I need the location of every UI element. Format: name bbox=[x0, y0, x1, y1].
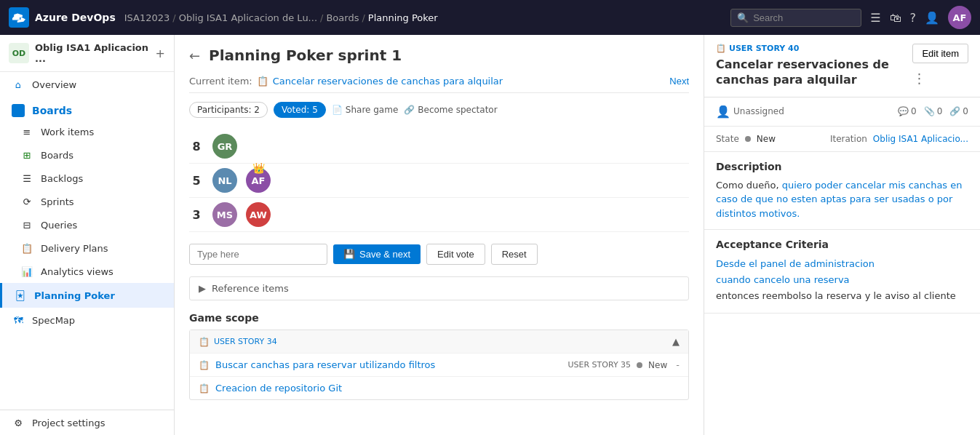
story-book-icon: 📋 bbox=[716, 44, 726, 53]
sidebar-item-sprints[interactable]: ⟳ Sprints bbox=[0, 190, 174, 213]
link-count: 🔗 0 bbox=[949, 106, 968, 116]
sidebar-label-boards-section: Boards bbox=[32, 105, 72, 116]
more-options-icon[interactable]: ⋮ bbox=[912, 68, 925, 86]
vote-input[interactable] bbox=[189, 244, 327, 265]
sidebar-label-project-settings: Project settings bbox=[32, 418, 105, 428]
story-title: Cancelar reservaciones de canchas para a… bbox=[716, 57, 912, 88]
boards-section-icon bbox=[12, 104, 25, 117]
scope-item-35: 📋 Buscar canchas para reservar utilizand… bbox=[190, 354, 688, 377]
status-text-35: New bbox=[648, 360, 667, 370]
boards-icon: ⊞ bbox=[20, 148, 33, 161]
become-spectator-link[interactable]: 🔗 Become spectator bbox=[404, 105, 497, 115]
share-game-link[interactable]: 📄 Share game bbox=[332, 105, 399, 115]
book-icon-scope: 📋 bbox=[199, 337, 210, 347]
settings-icon[interactable]: ☰ bbox=[870, 11, 880, 25]
book-icon-35: 📋 bbox=[199, 360, 210, 370]
search-icon: 🔍 bbox=[737, 12, 749, 23]
sidebar-item-project-settings[interactable]: ⚙ Project settings bbox=[0, 410, 174, 435]
sidebar-item-planning-poker[interactable]: 🃏 Planning Poker bbox=[0, 283, 174, 308]
voter-ms: MS bbox=[212, 202, 237, 227]
sidebar-label-boards: Boards bbox=[41, 150, 73, 161]
project-settings-icon: ⚙ bbox=[12, 416, 25, 429]
right-panel-header-info: 📋 USER STORY 40 Cancelar reservaciones d… bbox=[716, 44, 912, 88]
acceptance-item-1[interactable]: Desde el panel de administracion bbox=[716, 256, 968, 272]
breadcrumb-project[interactable]: Oblig ISA1 Aplicacion de Lu... bbox=[179, 12, 317, 23]
user-avatar[interactable]: AF bbox=[948, 6, 971, 29]
comment-icon: 💬 bbox=[898, 106, 909, 116]
voting-table: 8 GR 5 NL 👑 AF 3 MS AW bbox=[189, 129, 689, 232]
specmap-icon: 🗺 bbox=[12, 314, 25, 327]
scope-list: 📋 USER STORY 34 ▲ 📋 Buscar canchas para … bbox=[189, 330, 689, 400]
overview-icon: ⌂ bbox=[12, 78, 25, 91]
book-icon: 📋 bbox=[257, 76, 268, 87]
sidebar-label-queries: Queries bbox=[41, 220, 77, 231]
scope-title-36[interactable]: Creacion de repositorio Git bbox=[215, 383, 674, 394]
planning-poker-icon: 🃏 bbox=[14, 289, 27, 302]
assignee-icon: 👤 bbox=[716, 105, 730, 119]
sidebar-item-work-items[interactable]: ≡ Work items bbox=[0, 120, 174, 143]
sidebar-label-backlogs: Backlogs bbox=[41, 173, 83, 184]
delivery-plans-icon: 📋 bbox=[20, 242, 33, 255]
sidebar-item-queries[interactable]: ⊟ Queries bbox=[0, 213, 174, 236]
edit-vote-button[interactable]: Edit vote bbox=[426, 244, 485, 265]
participants-bar: Participants: 2 Voted: 5 📄 Share game 🔗 … bbox=[189, 102, 689, 118]
iteration-value[interactable]: Oblig ISA1 Aplicacio... bbox=[873, 134, 968, 144]
current-item-bar: Current item: 📋 Cancelar reservaciones d… bbox=[189, 76, 689, 93]
voting-row-3: 3 MS AW bbox=[189, 198, 689, 232]
person-icon[interactable]: 👤 bbox=[925, 11, 939, 25]
breadcrumb-boards[interactable]: Boards bbox=[326, 12, 359, 23]
azure-devops-logo[interactable] bbox=[9, 7, 29, 28]
current-item-label: Current item: bbox=[189, 76, 252, 87]
add-project-icon[interactable]: + bbox=[156, 47, 165, 60]
acceptance-item-2[interactable]: cuando cancelo una reserva bbox=[716, 272, 968, 288]
state-row: State New Iteration Oblig ISA1 Aplicacio… bbox=[704, 127, 980, 152]
edit-item-button[interactable]: Edit item bbox=[912, 44, 968, 63]
sidebar-item-specmap[interactable]: 🗺 SpecMap bbox=[0, 308, 174, 332]
vote-value-8: 8 bbox=[189, 140, 204, 153]
voted-badge: Voted: 5 bbox=[274, 102, 326, 118]
sidebar-item-delivery-plans[interactable]: 📋 Delivery Plans bbox=[0, 236, 174, 260]
description-link[interactable]: quiero poder cancelar mis canchas en cas… bbox=[716, 180, 963, 219]
search-input[interactable] bbox=[753, 12, 855, 23]
topbar-right: 🔍 ☰ 🛍 ? 👤 AF bbox=[730, 6, 971, 29]
reference-items-section[interactable]: ▶ Reference items bbox=[189, 276, 689, 300]
state-label: State bbox=[716, 134, 739, 144]
participants-badge: Participants: 2 bbox=[189, 102, 268, 118]
sidebar-item-overview[interactable]: ⌂ Overview bbox=[0, 72, 174, 97]
description-text: Como dueño, quiero poder cancelar mis ca… bbox=[716, 178, 968, 221]
sidebar-item-boards[interactable]: ⊞ Boards bbox=[0, 143, 174, 167]
description-title: Description bbox=[716, 161, 968, 172]
state-dot bbox=[745, 136, 751, 142]
assignee-info: 👤 Unassigned bbox=[716, 105, 784, 119]
breadcrumb-current: Planning Poker bbox=[368, 12, 438, 23]
spectator-icon: 🔗 bbox=[404, 105, 415, 115]
attachment-count: 📎 0 bbox=[924, 106, 943, 116]
sidebar-label-sprints: Sprints bbox=[41, 196, 74, 207]
sidebar-section-boards[interactable]: Boards bbox=[0, 97, 174, 120]
voter-af: 👑 AF bbox=[246, 168, 271, 193]
breadcrumb: ISA12023 / Oblig ISA1 Aplicacion de Lu..… bbox=[124, 12, 438, 23]
iteration-label: Iteration bbox=[830, 134, 867, 144]
bag-icon[interactable]: 🛍 bbox=[890, 11, 901, 25]
assignee-name: Unassigned bbox=[733, 106, 784, 116]
scroll-up-icon[interactable]: ▲ bbox=[672, 336, 680, 347]
reset-button[interactable]: Reset bbox=[491, 244, 538, 265]
acceptance-section: Acceptance Criteria Desde el panel de ad… bbox=[704, 230, 980, 314]
story-tag: 📋 USER STORY 40 bbox=[716, 44, 912, 53]
sidebar-item-analytics-views[interactable]: 📊 Analytics views bbox=[0, 260, 174, 283]
description-section: Description Como dueño, quiero poder can… bbox=[704, 152, 980, 231]
comment-count: 💬 0 bbox=[898, 106, 917, 116]
save-next-button[interactable]: 💾 Save & next bbox=[333, 244, 421, 264]
right-panel: 📋 USER STORY 40 Cancelar reservaciones d… bbox=[704, 35, 980, 435]
sidebar-item-backlogs[interactable]: ☰ Backlogs bbox=[0, 167, 174, 190]
status-dot-35 bbox=[637, 362, 642, 368]
help-icon[interactable]: ? bbox=[910, 11, 917, 25]
main-panel: ← Planning Poker sprint 1 Current item: … bbox=[175, 35, 704, 435]
scope-title-35[interactable]: Buscar canchas para reservar utilizando … bbox=[215, 359, 562, 370]
search-box[interactable]: 🔍 bbox=[730, 9, 861, 27]
next-button[interactable]: Next bbox=[669, 76, 689, 87]
back-button[interactable]: ← bbox=[189, 48, 200, 63]
content-area: ← Planning Poker sprint 1 Current item: … bbox=[175, 35, 980, 435]
scope-story-35: USER STORY 35 bbox=[567, 360, 631, 370]
breadcrumb-org[interactable]: ISA12023 bbox=[124, 12, 170, 23]
